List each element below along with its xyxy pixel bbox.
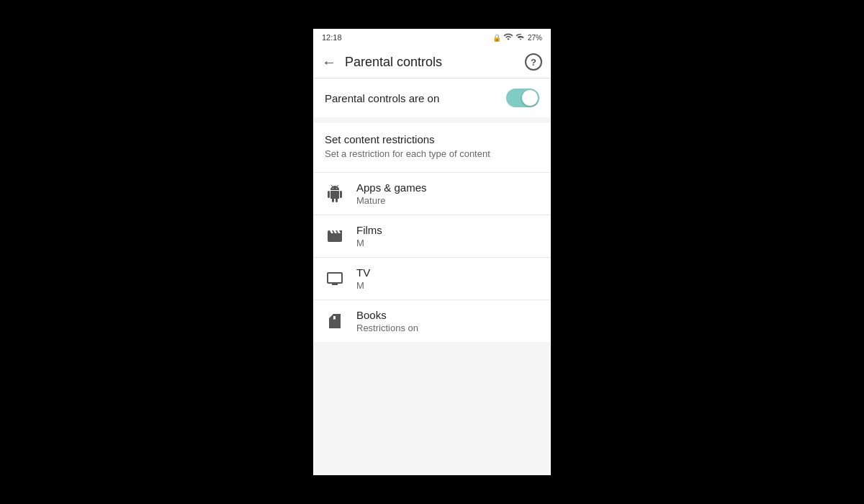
tv-title: TV xyxy=(356,266,539,279)
films-title: Films xyxy=(356,224,539,236)
top-app-bar: ← Parental controls ? xyxy=(313,46,551,78)
tv-text: TV M xyxy=(356,266,539,291)
apps-games-item[interactable]: Apps & games Mature xyxy=(313,172,551,215)
books-title: Books xyxy=(356,309,539,321)
content-area: Parental controls are on Set content res… xyxy=(313,78,551,475)
parental-controls-toggle[interactable] xyxy=(506,89,539,107)
films-item[interactable]: Films M xyxy=(313,215,551,257)
parental-controls-toggle-row[interactable]: Parental controls are on xyxy=(313,78,551,117)
books-item[interactable]: Books Restrictions on xyxy=(313,300,551,342)
lock-icon: 🔒 xyxy=(492,34,501,42)
wifi-icon xyxy=(503,32,513,43)
phone-container: 12:18 🔒 27% ← Parental controls ? Parent… xyxy=(313,29,551,475)
tv-subtitle: M xyxy=(356,280,539,291)
tv-icon xyxy=(325,269,345,289)
back-button[interactable]: ← xyxy=(322,54,336,71)
book-icon xyxy=(325,311,345,331)
film-icon xyxy=(325,226,345,246)
status-time: 12:18 xyxy=(322,33,342,42)
section-title: Set content restrictions xyxy=(325,133,539,145)
apps-games-title: Apps & games xyxy=(356,181,539,194)
page-title: Parental controls xyxy=(345,55,516,70)
battery-label: 27% xyxy=(528,34,542,42)
films-text: Films M xyxy=(356,224,539,248)
section-subtitle: Set a restriction for each type of conte… xyxy=(325,148,539,159)
signal-icon xyxy=(516,32,526,43)
films-subtitle: M xyxy=(356,238,539,248)
android-icon xyxy=(325,184,345,204)
status-bar: 12:18 🔒 27% xyxy=(313,29,551,46)
help-icon-label: ? xyxy=(531,57,536,68)
apps-games-subtitle: Mature xyxy=(356,195,539,206)
status-icons: 🔒 27% xyxy=(492,32,542,43)
tv-item[interactable]: TV M xyxy=(313,257,551,300)
books-text: Books Restrictions on xyxy=(356,309,539,333)
toggle-label: Parental controls are on xyxy=(325,92,439,104)
help-button[interactable]: ? xyxy=(525,53,542,71)
apps-games-text: Apps & games Mature xyxy=(356,181,539,206)
toggle-knob xyxy=(522,90,538,106)
content-restrictions-section: Set content restrictions Set a restricti… xyxy=(313,123,551,172)
books-subtitle: Restrictions on xyxy=(356,323,539,333)
